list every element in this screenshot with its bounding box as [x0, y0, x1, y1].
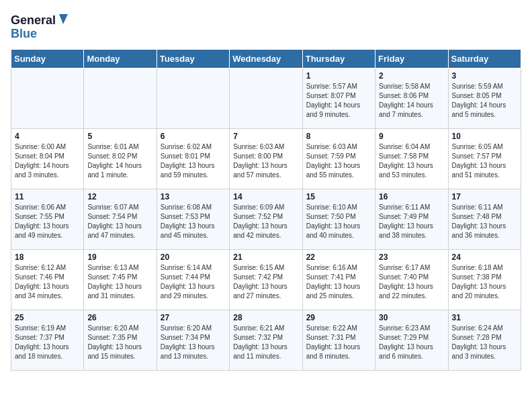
cell-content: Sunrise: 6:19 AM Sunset: 7:37 PM Dayligh… — [15, 324, 80, 361]
cell-content: Sunrise: 6:03 AM Sunset: 8:00 PM Dayligh… — [233, 142, 298, 180]
cell-content: Sunrise: 6:11 AM Sunset: 7:48 PM Dayligh… — [452, 203, 517, 240]
calendar-cell-2-5: 8Sunrise: 6:03 AM Sunset: 7:59 PM Daylig… — [302, 129, 375, 189]
cell-content: Sunrise: 6:20 AM Sunset: 7:35 PM Dayligh… — [87, 324, 152, 361]
calendar-cell-1-2 — [84, 68, 157, 129]
logo-svg: GeneralBlue — [11, 11, 71, 41]
cell-content: Sunrise: 6:16 AM Sunset: 7:41 PM Dayligh… — [306, 263, 371, 301]
day-number: 2 — [379, 71, 444, 81]
calendar-cell-5-7: 31Sunrise: 6:24 AM Sunset: 7:28 PM Dayli… — [448, 310, 521, 371]
cell-content: Sunrise: 6:04 AM Sunset: 7:58 PM Dayligh… — [379, 142, 444, 180]
calendar-cell-5-6: 30Sunrise: 6:23 AM Sunset: 7:29 PM Dayli… — [375, 310, 448, 371]
calendar-cell-2-3: 6Sunrise: 6:02 AM Sunset: 8:01 PM Daylig… — [157, 129, 229, 189]
cell-content: Sunrise: 6:08 AM Sunset: 7:53 PM Dayligh… — [161, 203, 226, 240]
day-number: 22 — [306, 253, 371, 262]
day-number: 17 — [452, 192, 517, 201]
day-number: 24 — [452, 253, 517, 262]
cell-content: Sunrise: 6:00 AM Sunset: 8:04 PM Dayligh… — [15, 142, 80, 180]
calendar-cell-3-6: 16Sunrise: 6:11 AM Sunset: 7:49 PM Dayli… — [375, 189, 448, 250]
calendar-cell-1-5: 1Sunrise: 5:57 AM Sunset: 8:07 PM Daylig… — [302, 68, 375, 129]
day-number: 6 — [161, 132, 226, 141]
day-number: 9 — [379, 132, 444, 141]
calendar-cell-4-6: 23Sunrise: 6:17 AM Sunset: 7:40 PM Dayli… — [375, 250, 448, 310]
page-header: GeneralBlue — [11, 11, 521, 41]
cell-content: Sunrise: 5:58 AM Sunset: 8:06 PM Dayligh… — [379, 82, 444, 120]
day-number: 18 — [15, 253, 80, 262]
cell-content: Sunrise: 5:59 AM Sunset: 8:05 PM Dayligh… — [452, 82, 517, 120]
calendar-cell-3-7: 17Sunrise: 6:11 AM Sunset: 7:48 PM Dayli… — [448, 189, 521, 250]
calendar-cell-2-7: 10Sunrise: 6:05 AM Sunset: 7:57 PM Dayli… — [448, 129, 521, 189]
cell-content: Sunrise: 6:10 AM Sunset: 7:50 PM Dayligh… — [306, 203, 371, 240]
day-number: 31 — [452, 313, 517, 322]
week-row-2: 4Sunrise: 6:00 AM Sunset: 8:04 PM Daylig… — [11, 129, 521, 189]
cell-content: Sunrise: 6:21 AM Sunset: 7:32 PM Dayligh… — [233, 324, 298, 361]
cell-content: Sunrise: 6:23 AM Sunset: 7:29 PM Dayligh… — [379, 324, 444, 361]
calendar-cell-3-3: 13Sunrise: 6:08 AM Sunset: 7:53 PM Dayli… — [157, 189, 229, 250]
calendar-cell-3-4: 14Sunrise: 6:09 AM Sunset: 7:52 PM Dayli… — [230, 189, 302, 250]
cell-content: Sunrise: 6:14 AM Sunset: 7:44 PM Dayligh… — [161, 263, 226, 301]
week-row-3: 11Sunrise: 6:06 AM Sunset: 7:55 PM Dayli… — [11, 189, 521, 250]
week-row-5: 25Sunrise: 6:19 AM Sunset: 7:37 PM Dayli… — [11, 310, 521, 371]
day-number: 26 — [87, 313, 152, 322]
day-number: 3 — [452, 71, 517, 81]
cell-content: Sunrise: 5:57 AM Sunset: 8:07 PM Dayligh… — [306, 82, 371, 120]
cell-content: Sunrise: 6:07 AM Sunset: 7:54 PM Dayligh… — [87, 203, 152, 240]
calendar-cell-2-2: 5Sunrise: 6:01 AM Sunset: 8:02 PM Daylig… — [84, 129, 157, 189]
cell-content: Sunrise: 6:18 AM Sunset: 7:38 PM Dayligh… — [452, 263, 517, 301]
calendar-cell-4-1: 18Sunrise: 6:12 AM Sunset: 7:46 PM Dayli… — [11, 250, 84, 310]
day-number: 7 — [233, 132, 298, 141]
weekday-header-row: SundayMondayTuesdayWednesdayThursdayFrid… — [11, 50, 521, 68]
svg-text:Blue: Blue — [11, 27, 37, 40]
calendar-cell-3-2: 12Sunrise: 6:07 AM Sunset: 7:54 PM Dayli… — [84, 189, 157, 250]
day-number: 13 — [161, 192, 226, 201]
cell-content: Sunrise: 6:02 AM Sunset: 8:01 PM Dayligh… — [161, 142, 226, 180]
cell-content: Sunrise: 6:20 AM Sunset: 7:34 PM Dayligh… — [161, 324, 226, 361]
weekday-header-friday: Friday — [375, 50, 448, 68]
cell-content: Sunrise: 6:06 AM Sunset: 7:55 PM Dayligh… — [15, 203, 80, 240]
calendar-cell-3-5: 15Sunrise: 6:10 AM Sunset: 7:50 PM Dayli… — [302, 189, 375, 250]
week-row-4: 18Sunrise: 6:12 AM Sunset: 7:46 PM Dayli… — [11, 250, 521, 310]
day-number: 25 — [15, 313, 80, 322]
calendar-cell-1-7: 3Sunrise: 5:59 AM Sunset: 8:05 PM Daylig… — [448, 68, 521, 129]
weekday-header-monday: Monday — [84, 50, 157, 68]
cell-content: Sunrise: 6:05 AM Sunset: 7:57 PM Dayligh… — [452, 142, 517, 180]
calendar-cell-2-1: 4Sunrise: 6:00 AM Sunset: 8:04 PM Daylig… — [11, 129, 84, 189]
cell-content: Sunrise: 6:15 AM Sunset: 7:42 PM Dayligh… — [233, 263, 298, 301]
day-number: 12 — [87, 192, 152, 201]
calendar-cell-5-2: 26Sunrise: 6:20 AM Sunset: 7:35 PM Dayli… — [84, 310, 157, 371]
day-number: 20 — [161, 253, 226, 262]
weekday-header-saturday: Saturday — [448, 50, 521, 68]
cell-content: Sunrise: 6:01 AM Sunset: 8:02 PM Dayligh… — [87, 142, 152, 180]
day-number: 29 — [306, 313, 371, 322]
weekday-header-thursday: Thursday — [302, 50, 375, 68]
day-number: 21 — [233, 253, 298, 262]
weekday-header-sunday: Sunday — [11, 50, 84, 68]
weekday-header-tuesday: Tuesday — [157, 50, 229, 68]
cell-content: Sunrise: 6:03 AM Sunset: 7:59 PM Dayligh… — [306, 142, 371, 180]
calendar-cell-5-3: 27Sunrise: 6:20 AM Sunset: 7:34 PM Dayli… — [157, 310, 229, 371]
calendar-cell-4-3: 20Sunrise: 6:14 AM Sunset: 7:44 PM Dayli… — [157, 250, 229, 310]
calendar-cell-2-4: 7Sunrise: 6:03 AM Sunset: 8:00 PM Daylig… — [230, 129, 302, 189]
calendar-cell-4-5: 22Sunrise: 6:16 AM Sunset: 7:41 PM Dayli… — [302, 250, 375, 310]
calendar-cell-4-2: 19Sunrise: 6:13 AM Sunset: 7:45 PM Dayli… — [84, 250, 157, 310]
day-number: 23 — [379, 253, 444, 262]
svg-text:General: General — [11, 13, 56, 27]
day-number: 16 — [379, 192, 444, 201]
day-number: 15 — [306, 192, 371, 201]
cell-content: Sunrise: 6:24 AM Sunset: 7:28 PM Dayligh… — [452, 324, 517, 361]
calendar-cell-5-5: 29Sunrise: 6:22 AM Sunset: 7:31 PM Dayli… — [302, 310, 375, 371]
week-row-1: 1Sunrise: 5:57 AM Sunset: 8:07 PM Daylig… — [11, 68, 521, 129]
day-number: 30 — [379, 313, 444, 322]
calendar-cell-4-7: 24Sunrise: 6:18 AM Sunset: 7:38 PM Dayli… — [448, 250, 521, 310]
day-number: 10 — [452, 132, 517, 141]
day-number: 11 — [15, 192, 80, 201]
day-number: 27 — [161, 313, 226, 322]
cell-content: Sunrise: 6:17 AM Sunset: 7:40 PM Dayligh… — [379, 263, 444, 301]
day-number: 14 — [233, 192, 298, 201]
calendar-cell-2-6: 9Sunrise: 6:04 AM Sunset: 7:58 PM Daylig… — [375, 129, 448, 189]
day-number: 5 — [87, 132, 152, 141]
calendar-cell-1-4 — [230, 68, 302, 129]
cell-content: Sunrise: 6:13 AM Sunset: 7:45 PM Dayligh… — [87, 263, 152, 301]
day-number: 4 — [15, 132, 80, 141]
cell-content: Sunrise: 6:12 AM Sunset: 7:46 PM Dayligh… — [15, 263, 80, 301]
cell-content: Sunrise: 6:11 AM Sunset: 7:49 PM Dayligh… — [379, 203, 444, 240]
